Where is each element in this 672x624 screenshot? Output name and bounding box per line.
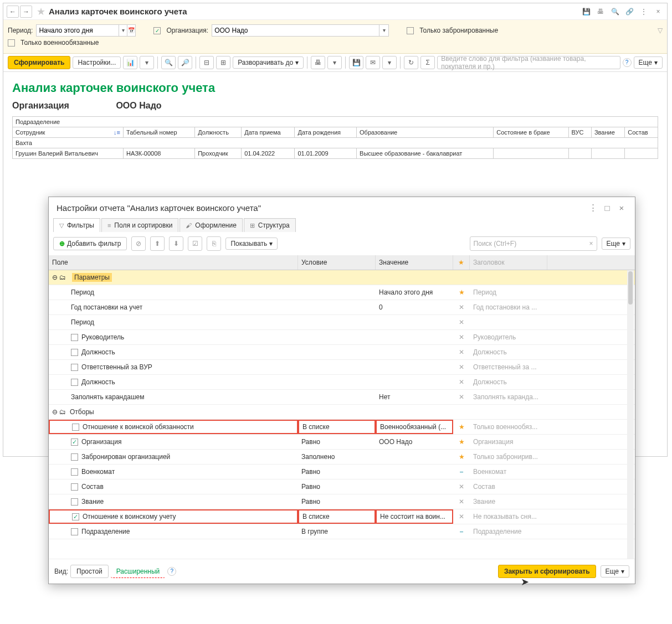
print-dropdown-icon[interactable]: ▾: [327, 56, 342, 69]
col-hire: Дата приема: [242, 127, 295, 138]
org-input[interactable]: ▾: [212, 24, 389, 37]
filter-row[interactable]: Год постановки на учет0✕Год постановки н…: [49, 300, 635, 315]
collapse-icon[interactable]: ⊟: [199, 56, 214, 69]
row-checkbox[interactable]: [71, 528, 78, 535]
params-header[interactable]: ⊖ 🗂 Параметры: [49, 270, 635, 285]
expand-icon[interactable]: ⊞: [216, 56, 230, 69]
org-dropdown-icon[interactable]: ▾: [379, 25, 388, 36]
back-button[interactable]: ←: [7, 6, 19, 18]
link-icon[interactable]: 🔗: [624, 8, 635, 16]
org-checkbox[interactable]: ✓: [153, 27, 161, 34]
sum-icon[interactable]: Σ: [420, 56, 435, 69]
close-icon[interactable]: ×: [653, 8, 664, 16]
tab-fields[interactable]: ≡Поля и сортировки: [101, 218, 178, 232]
dialog-more-button[interactable]: Еще ▾: [602, 238, 630, 250]
only-military-checkbox[interactable]: [8, 39, 15, 47]
forward-button[interactable]: →: [20, 6, 32, 18]
zoom-out-icon[interactable]: 🔎: [178, 56, 192, 69]
filter-row[interactable]: ПодразделениеВ группе–Подразделение: [49, 524, 635, 539]
tree-icon: ⊞: [250, 222, 255, 229]
zoom-in-icon[interactable]: 🔍: [161, 56, 176, 69]
email-icon[interactable]: ✉: [366, 56, 380, 69]
row-checkbox[interactable]: [71, 468, 78, 476]
expand-to-button[interactable]: Разворачивать до ▾: [233, 56, 304, 69]
favorite-icon[interactable]: ★: [37, 6, 45, 18]
filter-row[interactable]: Должность✕Должность: [49, 375, 635, 390]
show-button[interactable]: Показывать ▾: [225, 238, 278, 250]
filter-row[interactable]: Заполнять карандашемНет✕Заполнять каранд…: [49, 390, 635, 405]
menu-icon[interactable]: ⋮: [638, 8, 649, 16]
row-checkbox[interactable]: [71, 349, 78, 356]
row-checkbox[interactable]: [71, 334, 78, 341]
filter-row[interactable]: ЗваниеРавно✕Звание: [49, 494, 635, 509]
filter-row[interactable]: СоставРавно✕Состав: [49, 479, 635, 494]
delete-button[interactable]: ⊘: [131, 236, 146, 251]
row-checkbox[interactable]: [71, 364, 78, 371]
row-checkbox[interactable]: [71, 483, 78, 491]
move-down-button[interactable]: ⬇: [169, 236, 183, 251]
help-icon[interactable]: ?: [623, 58, 632, 67]
col-birth: Дата рождения: [295, 127, 357, 138]
row-checkbox[interactable]: [71, 453, 78, 461]
save-file-icon[interactable]: 💾: [349, 56, 363, 69]
row-checkbox[interactable]: [71, 498, 78, 506]
copy-button[interactable]: ⎘: [207, 236, 221, 251]
row-checkbox[interactable]: [72, 424, 79, 431]
col-staff: Состав: [625, 127, 658, 138]
group-row: Вахта: [13, 138, 658, 148]
selections-header[interactable]: ⊖ 🗂 Отборы: [49, 405, 635, 420]
tab-filters[interactable]: ▽Фильтры: [53, 218, 100, 232]
row-checkbox[interactable]: [72, 513, 79, 520]
view-simple-button[interactable]: Простой: [70, 565, 109, 578]
org-field[interactable]: [212, 27, 379, 34]
row-checkbox[interactable]: [71, 379, 78, 386]
dialog-close-icon[interactable]: ×: [616, 203, 627, 213]
dropdown-icon[interactable]: ▾: [140, 56, 154, 69]
dialog-maximize-icon[interactable]: □: [602, 203, 613, 213]
filter-row[interactable]: Отношение к воинской обязанностиВ списке…: [49, 420, 635, 435]
filter-row[interactable]: ОрганизацияРавноООО Надо★Организация: [49, 435, 635, 450]
filter-row[interactable]: Должность✕Должность: [49, 345, 635, 360]
save-icon[interactable]: 💾: [581, 8, 592, 16]
check-button[interactable]: ☑: [188, 236, 202, 251]
chart-icon[interactable]: 📊: [123, 56, 137, 69]
add-filter-button[interactable]: ⊕Добавить фильтр: [53, 237, 127, 250]
filter-funnel-icon[interactable]: ▽: [658, 27, 663, 34]
move-up-button[interactable]: ⬆: [150, 236, 165, 251]
grid-header: Поле Условие Значение ★ Заголовок: [49, 255, 635, 270]
generate-button[interactable]: Сформировать: [8, 56, 70, 69]
settings-button[interactable]: Настройки...: [73, 56, 121, 69]
filter-search-input[interactable]: Поиск (Ctrl+F)×: [470, 236, 597, 251]
preview-icon[interactable]: 🔍: [609, 8, 620, 16]
col-num: Табельный номер: [124, 127, 195, 138]
view-advanced-button[interactable]: Расширенный: [111, 565, 166, 578]
period-calendar-icon[interactable]: 📅: [127, 25, 135, 36]
filter-row[interactable]: ВоенкоматРавно–Военкомат: [49, 465, 635, 479]
refresh-icon[interactable]: ↻: [404, 56, 418, 69]
tab-design[interactable]: 🖌Оформление: [179, 218, 242, 232]
view-help-icon[interactable]: ?: [167, 567, 176, 576]
view-label: Вид:: [54, 568, 68, 575]
period-dropdown-icon[interactable]: ▾: [119, 25, 127, 36]
dialog-menu-icon[interactable]: ⋮: [587, 203, 598, 213]
col-pos: Должность: [195, 127, 242, 138]
filter-row[interactable]: Ответственный за ВУР✕Ответственный за ..…: [49, 360, 635, 375]
filter-row[interactable]: ПериодНачало этого дня★Период: [49, 285, 635, 300]
filter-row[interactable]: Отношение к воинскому учетуВ спискеНе со…: [49, 509, 635, 524]
filter-row[interactable]: Период✕: [49, 315, 635, 330]
more-button[interactable]: Еще ▾: [634, 56, 663, 69]
period-input[interactable]: ▾ 📅: [36, 24, 136, 37]
period-field[interactable]: [37, 27, 119, 34]
row-checkbox[interactable]: [71, 439, 78, 446]
print-button-icon[interactable]: 🖶: [311, 56, 325, 69]
filter-row[interactable]: Руководитель✕Руководитель: [49, 330, 635, 345]
email-dropdown-icon[interactable]: ▾: [382, 56, 397, 69]
scrollbar[interactable]: [627, 270, 634, 559]
search-input[interactable]: Введите слово для фильтра (название това…: [437, 56, 620, 69]
close-and-generate-button[interactable]: Закрыть и сформировать: [498, 565, 596, 578]
print-icon[interactable]: 🖶: [595, 8, 606, 16]
tab-structure[interactable]: ⊞Структура: [244, 218, 296, 232]
only-booked-checkbox[interactable]: [407, 27, 414, 34]
filter-row[interactable]: Забронирован организациейЗаполнено★Тольк…: [49, 450, 635, 465]
footer-more-button[interactable]: Еще ▾: [601, 565, 629, 577]
